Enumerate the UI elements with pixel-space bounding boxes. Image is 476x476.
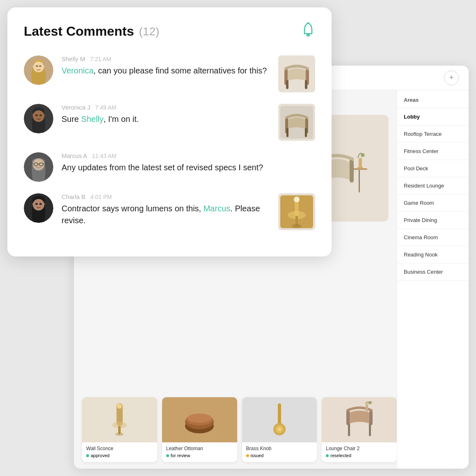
comment-body-marcus: Marcus A11:43 AMAny updates from the lat… [62, 152, 315, 174]
comment-item-marcus: Marcus A11:43 AMAny updates from the lat… [24, 152, 315, 182]
svg-rect-56 [305, 80, 307, 89]
product-name: Brass Knob [246, 446, 313, 451]
comment-body-charla: Charla B4:01 PMContractor says wrong lum… [62, 193, 270, 227]
comment-thumbnail-chair1 [278, 55, 315, 92]
comment-time: 11:43 AM [92, 153, 117, 159]
comments-list: Shelly M7:21 AMVeronica, can you please … [24, 55, 315, 230]
svg-line-75 [33, 164, 34, 164]
product-name: Lounge Chair 2 [326, 446, 393, 451]
commenter-name: Shelly M [62, 55, 85, 62]
avatar-veronica [24, 104, 53, 133]
commenter-name: Veronica J [62, 104, 90, 111]
svg-point-22 [361, 153, 365, 157]
status-label: approved [91, 453, 110, 458]
area-item-game-room[interactable]: Game Room [397, 195, 469, 212]
svg-point-49 [33, 62, 44, 72]
area-item-business-center[interactable]: Business Center [397, 263, 469, 281]
comment-time: 4:01 PM [90, 194, 112, 200]
svg-rect-17 [359, 170, 360, 192]
product-card-wall-sconce[interactable]: Wall Sconce approved [82, 397, 157, 462]
brass-knob-product-image [267, 401, 292, 438]
comment-text: Contractor says wrong lumens on this, Ma… [62, 203, 270, 227]
svg-point-77 [34, 167, 43, 171]
commenter-name: Charla B [62, 193, 85, 200]
svg-point-81 [33, 199, 44, 211]
product-card-brass-knob[interactable]: Brass Knob issued [242, 397, 317, 462]
leather-ottoman-product-image [183, 403, 216, 436]
bell-icon[interactable] [301, 22, 315, 41]
svg-rect-19 [350, 158, 354, 183]
area-item-pool-deck[interactable]: Pool Deck [397, 160, 469, 177]
comment-text: Any updates from the latest set of revis… [62, 162, 315, 174]
product-status: reselected [326, 453, 393, 458]
product-status: issued [246, 453, 313, 458]
svg-point-60 [33, 110, 44, 122]
svg-point-27 [117, 404, 122, 409]
svg-rect-39 [369, 410, 373, 425]
area-item-reading-nook[interactable]: Reading Nook [397, 246, 469, 263]
svg-point-26 [115, 433, 124, 436]
avatar-charla [24, 193, 53, 223]
comment-text: Veronica, can you please find some alter… [62, 65, 270, 77]
area-item-lobby[interactable]: Lobby [397, 108, 469, 126]
comments-card: Latest Comments (12) Shelly M7 [7, 7, 332, 256]
status-label: for review [171, 453, 190, 458]
area-item-rooftop-terrace[interactable]: Rooftop Terrace [397, 126, 469, 143]
product-name: Leather Ottoman [166, 446, 233, 451]
svg-rect-55 [286, 80, 288, 89]
comment-item-charla: Charla B4:01 PMContractor says wrong lum… [24, 193, 315, 230]
svg-rect-66 [286, 128, 288, 137]
product-info-wall-sconce: Wall Sconce approved [82, 442, 157, 462]
comment-thumbnail-sconce [278, 193, 315, 230]
comment-meta: Marcus A11:43 AM [62, 152, 315, 159]
svg-rect-67 [305, 128, 307, 137]
svg-rect-21 [359, 158, 362, 168]
areas-sidebar: Areas LobbyRooftop TerraceFitness Center… [397, 90, 469, 469]
comments-title-text: Latest Comments [24, 24, 134, 39]
comment-body-shelly: Shelly M7:21 AMVeronica, can you please … [62, 55, 270, 77]
status-dot-approved [86, 454, 89, 457]
svg-rect-43 [307, 34, 309, 35]
svg-point-82 [35, 203, 38, 205]
avatar-shelly [24, 55, 53, 85]
area-item-private-dining[interactable]: Private Dining [397, 212, 469, 229]
comment-meta: Charla B4:01 PM [62, 193, 270, 200]
svg-point-44 [307, 22, 309, 24]
product-card-leather-ottoman[interactable]: Leather Ottoman for review [162, 397, 237, 462]
area-item-fitness-center[interactable]: Fitness Center [397, 143, 469, 160]
svg-line-76 [43, 164, 44, 164]
svg-point-42 [368, 401, 372, 404]
comment-time: 7:21 AM [90, 56, 111, 62]
product-info-lounge-chair: Lounge Chair 2 reselected [322, 442, 397, 462]
areas-header: Areas [397, 90, 469, 108]
product-card-lounge-chair[interactable]: Lounge Chair 2 reselected [322, 397, 397, 462]
comment-body-veronica: Veronica J7:49 AMSure Shelly, I'm on it. [62, 104, 270, 125]
comment-text: Sure Shelly, I'm on it. [62, 113, 270, 125]
areas-list: LobbyRooftop TerraceFitness CenterPool D… [397, 108, 469, 281]
product-status: for review [166, 453, 233, 458]
svg-point-51 [39, 65, 41, 67]
comments-title: Latest Comments (12) [24, 24, 159, 39]
status-dot-for-review [166, 454, 169, 457]
area-item-cinema-room[interactable]: Cinema Room [397, 229, 469, 246]
comment-meta: Shelly M7:21 AM [62, 55, 270, 62]
lounge-chair-2-product-image [343, 401, 376, 438]
svg-point-35 [277, 427, 281, 431]
comment-thumbnail-chair2 [278, 104, 315, 141]
product-info-leather-ottoman: Leather Ottoman for review [162, 442, 237, 462]
mention: Marcus [204, 204, 231, 213]
add-button[interactable]: + [444, 71, 459, 85]
comment-item-shelly: Shelly M7:21 AMVeronica, can you please … [24, 55, 315, 92]
comment-meta: Veronica J7:49 AM [62, 104, 270, 111]
mention: Veronica [62, 66, 94, 75]
status-dot-issued [246, 454, 249, 457]
commenter-name: Marcus A [62, 152, 87, 159]
comments-header: Latest Comments (12) [24, 22, 315, 41]
area-item-resident-lounge[interactable]: Resident Lounge [397, 177, 469, 195]
status-label: reselected [330, 453, 351, 458]
comment-time: 7:49 AM [95, 104, 116, 111]
svg-point-31 [187, 414, 212, 423]
avatar-marcus [24, 152, 53, 182]
svg-point-89 [294, 197, 300, 202]
product-info-brass-knob: Brass Knob issued [242, 442, 317, 462]
